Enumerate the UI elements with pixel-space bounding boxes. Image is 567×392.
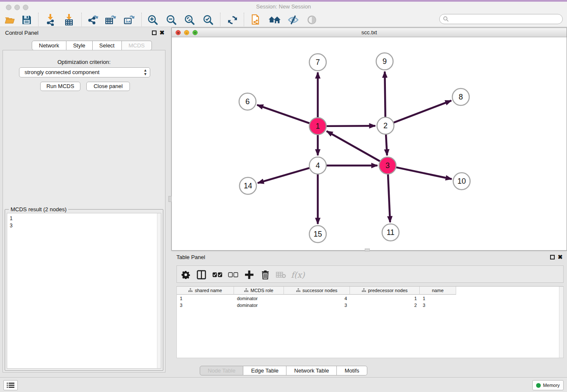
zoom-selected-icon[interactable]	[202, 14, 215, 26]
zoom-fit-icon[interactable]	[183, 14, 196, 26]
network-title: scc.txt	[172, 28, 567, 37]
save-session-icon[interactable]	[20, 14, 33, 26]
mcds-result-text[interactable]: 1 3	[7, 213, 161, 369]
edge-1-6[interactable]	[257, 105, 310, 123]
tab-network-table[interactable]: Network Table	[286, 366, 337, 375]
tab-select[interactable]: Select	[93, 41, 122, 50]
edge-3-10[interactable]	[396, 167, 452, 179]
edge-2-8[interactable]	[394, 101, 451, 123]
optimization-criterion-select[interactable]: strongly connected component ▲▼	[19, 67, 150, 77]
search-icon	[443, 16, 449, 22]
table-scrollbar[interactable]	[559, 287, 563, 358]
node-15[interactable]: 15	[309, 226, 326, 243]
unchecked-boxes-icon[interactable]	[227, 268, 239, 281]
network-graph[interactable]: 1234678910111415	[172, 38, 567, 250]
mcds-result-title: MCDS result (2 nodes)	[9, 206, 68, 213]
tab-motifs[interactable]: Motifs	[337, 366, 367, 375]
node-11[interactable]: 11	[382, 224, 399, 241]
cell-MCDS-role[interactable]: dominator	[234, 295, 284, 302]
edge-1-2[interactable]	[326, 126, 375, 126]
zoom-in-icon[interactable]	[146, 14, 159, 26]
cell-predecessor-nodes[interactable]: 1	[350, 295, 420, 302]
toolbar-separator	[81, 13, 82, 26]
close-panel-button[interactable]: Close panel	[86, 82, 130, 91]
import-network-icon[interactable]	[44, 14, 57, 26]
export-table-icon[interactable]	[104, 14, 117, 26]
column-header-shared-name[interactable]: shared name	[177, 287, 234, 295]
gear-icon[interactable]	[179, 268, 192, 281]
result-scrollbar[interactable]	[157, 213, 161, 368]
network-canvas[interactable]: 1234678910111415	[172, 38, 567, 250]
svg-text:2: 2	[383, 121, 388, 130]
eye-slash-icon[interactable]	[287, 14, 300, 26]
node-14[interactable]: 14	[239, 177, 256, 194]
network-titlebar[interactable]: ✕ − + scc.txt	[172, 28, 567, 37]
cell-successor-nodes[interactable]: 4	[284, 295, 350, 302]
tab-node-table[interactable]: Node Table	[200, 366, 244, 375]
optimization-criterion-label: Optimization criterion:	[3, 59, 165, 65]
node-6[interactable]: 6	[239, 93, 256, 110]
cell-MCDS-role[interactable]: dominator	[234, 302, 284, 309]
status-bar: Memory	[0, 377, 567, 392]
column-header-predecessor-nodes[interactable]: predecessor nodes	[350, 287, 420, 295]
svg-text:3: 3	[385, 161, 390, 170]
trash-icon[interactable]	[259, 268, 272, 281]
edge-3-11[interactable]	[388, 174, 390, 222]
node-9[interactable]: 9	[376, 53, 393, 70]
node-4[interactable]: 4	[309, 157, 326, 174]
node-3[interactable]: 3	[379, 157, 396, 174]
edge-4-14[interactable]	[258, 168, 310, 183]
cell-name[interactable]: 1	[420, 295, 456, 302]
export-network-icon[interactable]	[86, 14, 99, 26]
open-session-icon[interactable]	[3, 14, 16, 26]
clone-network-icon[interactable]	[250, 14, 262, 26]
cell-successor-nodes[interactable]: 3	[284, 302, 350, 309]
cell-name[interactable]: 3	[420, 302, 456, 309]
column-header-MCDS-role[interactable]: MCDS role	[234, 287, 284, 295]
close-panel-button[interactable]: ✖	[160, 30, 165, 35]
node-2[interactable]: 2	[377, 117, 394, 134]
chevron-up-down-icon: ▲▼	[143, 69, 147, 76]
node-1[interactable]: 1	[309, 118, 326, 135]
split-columns-icon[interactable]	[195, 268, 208, 281]
svg-text:6: 6	[245, 97, 250, 106]
cell-predecessor-nodes[interactable]: 2	[350, 302, 420, 309]
task-history-button[interactable]	[3, 380, 18, 390]
float-table-panel-button[interactable]	[550, 255, 555, 259]
import-table-icon[interactable]	[63, 14, 75, 26]
checked-boxes-icon[interactable]	[211, 268, 224, 281]
node-table[interactable]: shared nameMCDS rolesuccessor nodesprede…	[176, 286, 564, 358]
close-table-panel-button[interactable]: ✖	[558, 255, 563, 259]
home-icon[interactable]	[268, 14, 281, 26]
node-10[interactable]: 10	[453, 173, 470, 190]
tab-style[interactable]: Style	[66, 41, 93, 50]
tree-icon	[296, 288, 300, 293]
edge-3-1[interactable]	[327, 131, 380, 161]
run-mcds-button[interactable]: Run MCDS	[40, 82, 80, 91]
table-row[interactable]: 3dominator323	[177, 302, 456, 309]
edge-2-3[interactable]	[386, 134, 387, 155]
float-panel-button[interactable]	[152, 30, 157, 35]
cell-shared-name[interactable]: 1	[177, 295, 234, 302]
table-header-row[interactable]: shared nameMCDS rolesuccessor nodesprede…	[177, 287, 456, 295]
table-body[interactable]: 1dominator4113dominator323	[177, 295, 456, 309]
refresh-icon[interactable]	[226, 14, 239, 26]
cell-shared-name[interactable]: 3	[177, 302, 234, 309]
plus-icon[interactable]	[243, 268, 256, 281]
splitter-grip-horizontal[interactable]	[365, 248, 370, 251]
node-7[interactable]: 7	[309, 54, 326, 71]
column-header-successor-nodes[interactable]: successor nodes	[284, 287, 350, 295]
zoom-out-icon[interactable]	[165, 14, 178, 26]
tab-mcds[interactable]: MCDS	[122, 41, 152, 50]
splitter-grip-vertical[interactable]	[168, 196, 172, 202]
memory-button[interactable]: Memory	[532, 380, 564, 390]
tab-network[interactable]: Network	[32, 41, 66, 50]
column-header-name[interactable]: name	[420, 287, 456, 295]
tab-edge-table[interactable]: Edge Table	[243, 366, 286, 375]
table-row[interactable]: 1dominator411	[177, 295, 456, 302]
delete-table-icon	[275, 268, 287, 281]
search-input[interactable]	[439, 14, 563, 24]
node-8[interactable]: 8	[452, 88, 469, 105]
edge-2-9[interactable]	[385, 72, 385, 117]
export-image-icon[interactable]	[123, 14, 135, 26]
